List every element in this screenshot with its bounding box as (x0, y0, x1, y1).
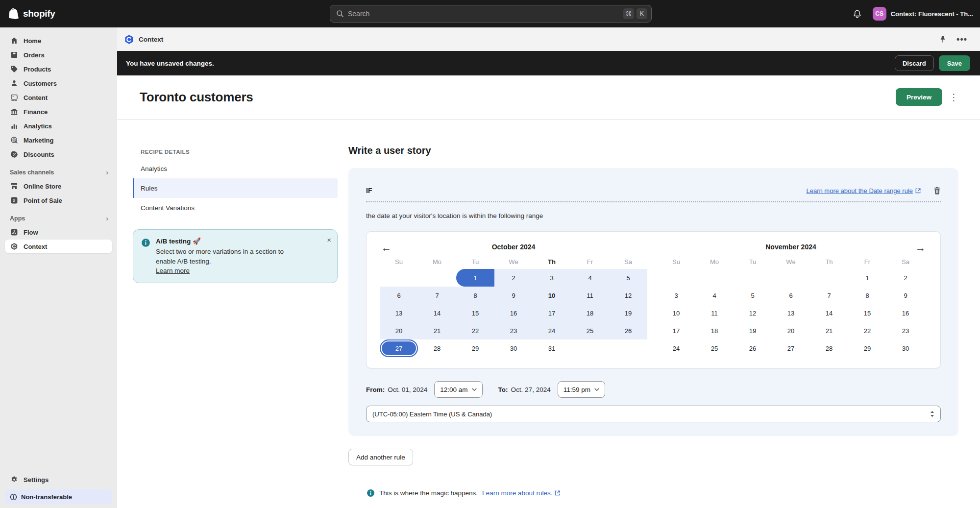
learn-date-range-link[interactable]: Learn more about the Date range rule (806, 187, 921, 194)
calendar-day[interactable]: 24 (657, 339, 695, 357)
page-more-button[interactable]: ⋮ (949, 93, 958, 102)
calendar-day[interactable]: 14 (418, 304, 456, 322)
calendar-day[interactable]: 25 (571, 322, 609, 339)
calendar-day[interactable]: 20 (772, 322, 810, 339)
calendar-day[interactable]: 26 (609, 322, 647, 339)
sidebar-section-apps[interactable]: Apps › (5, 212, 112, 225)
calendar-day[interactable]: 11 (571, 287, 609, 304)
pin-app-button[interactable] (937, 33, 949, 45)
recipe-tab-rules[interactable]: Rules (133, 178, 338, 198)
recipe-tab-analytics[interactable]: Analytics (133, 159, 338, 178)
calendar-day[interactable]: 5 (734, 287, 772, 304)
sidebar-item-customers[interactable]: Customers (5, 76, 112, 90)
calendar-day[interactable]: 23 (886, 322, 925, 339)
calendar-day[interactable]: 28 (418, 339, 456, 357)
sidebar-item-context[interactable]: Context (5, 240, 112, 253)
calendar-day[interactable]: 24 (533, 322, 571, 339)
calendar-day[interactable]: 18 (571, 304, 609, 322)
calendar-day[interactable]: 19 (734, 322, 772, 339)
sidebar-item-marketing[interactable]: Marketing (5, 133, 112, 147)
calendar-day[interactable]: 7 (810, 287, 848, 304)
calendar-day[interactable]: 12 (734, 304, 772, 322)
calendar-day[interactable]: 3 (657, 287, 695, 304)
calendar-day[interactable]: 15 (848, 304, 886, 322)
learn-rules-link[interactable]: Learn more about rules. (482, 489, 560, 497)
app-more-button[interactable]: ••• (955, 35, 969, 44)
sidebar-item-products[interactable]: Products (5, 62, 112, 76)
calendar-day[interactable]: 30 (886, 339, 925, 357)
calendar-day[interactable]: 1 (848, 269, 886, 287)
calendar-day[interactable]: 28 (810, 339, 848, 357)
calendar-day[interactable]: 29 (848, 339, 886, 357)
calendar-day-range-start[interactable]: 1 (456, 269, 494, 287)
sidebar-item-online-store[interactable]: Online Store (5, 179, 112, 193)
calendar-day[interactable]: 11 (695, 304, 734, 322)
sidebar-section-sales-channels[interactable]: Sales channels › (5, 166, 112, 179)
calendar-day[interactable]: 6 (772, 287, 810, 304)
calendar-day[interactable]: 12 (609, 287, 647, 304)
calendar-day[interactable]: 10 (657, 304, 695, 322)
delete-rule-button[interactable] (933, 187, 941, 194)
non-transferable-badge[interactable]: Non-transferable (5, 489, 112, 504)
ab-learn-more-link[interactable]: Learn more (156, 267, 190, 274)
calendar-day[interactable]: 2 (494, 269, 533, 287)
calendar-prev-button[interactable]: ← (381, 242, 392, 253)
shopify-logo[interactable]: shopify (0, 8, 117, 20)
to-time-dropdown[interactable]: 11:59 pm (558, 381, 605, 398)
calendar-day[interactable]: 17 (533, 304, 571, 322)
calendar-day[interactable]: 16 (494, 304, 533, 322)
calendar-day[interactable]: 25 (695, 339, 734, 357)
calendar-day[interactable]: 21 (418, 322, 456, 339)
calendar-day[interactable]: 9 (494, 287, 533, 304)
calendar-day[interactable]: 4 (571, 269, 609, 287)
calendar-day[interactable]: 20 (380, 322, 418, 339)
preview-button[interactable]: Preview (896, 88, 942, 106)
calendar-day[interactable]: 30 (494, 339, 533, 357)
discard-button[interactable]: Discard (895, 55, 934, 71)
store-menu[interactable]: CS Context: Fluorescent - Th... (873, 7, 973, 21)
calendar-day[interactable]: 15 (456, 304, 494, 322)
calendar-day[interactable]: 14 (810, 304, 848, 322)
calendar-day[interactable]: 31 (533, 339, 571, 357)
calendar-day[interactable]: 7 (418, 287, 456, 304)
add-another-rule-button[interactable]: Add another rule (348, 449, 413, 465)
sidebar-item-analytics[interactable]: Analytics (5, 119, 112, 133)
calendar-day[interactable]: 9 (886, 287, 925, 304)
calendar-day[interactable]: 13 (380, 304, 418, 322)
calendar-day[interactable]: 27 (772, 339, 810, 357)
close-banner-button[interactable]: × (327, 236, 331, 244)
calendar-day[interactable]: 23 (494, 322, 533, 339)
search-input[interactable]: Search ⌘ K (330, 5, 652, 23)
calendar-day[interactable]: 16 (886, 304, 925, 322)
calendar-day[interactable]: 21 (810, 322, 848, 339)
calendar-day[interactable]: 3 (533, 269, 571, 287)
calendar-day[interactable]: 29 (456, 339, 494, 357)
calendar-day[interactable]: 8 (848, 287, 886, 304)
sidebar-item-flow[interactable]: Flow (5, 225, 112, 239)
calendar-day-range-end[interactable]: 27 (380, 339, 418, 357)
sidebar-item-orders[interactable]: Orders (5, 48, 112, 62)
calendar-day[interactable]: 19 (609, 304, 647, 322)
recipe-tab-content-variations[interactable]: Content Variations (133, 198, 338, 218)
sidebar-item-home[interactable]: Home (5, 34, 112, 48)
from-time-dropdown[interactable]: 12:00 am (434, 381, 482, 398)
calendar-day[interactable]: 18 (695, 322, 734, 339)
sidebar-item-finance[interactable]: Finance (5, 105, 112, 119)
sidebar-item-settings[interactable]: Settings (5, 473, 112, 486)
timezone-select[interactable]: (UTC-05:00) Eastern Time (US & Canada) (366, 406, 941, 422)
sidebar-item-point-of-sale[interactable]: Point of Sale (5, 194, 112, 207)
sidebar-item-content[interactable]: Content (5, 91, 112, 104)
sidebar-item-discounts[interactable]: Discounts (5, 147, 112, 161)
calendar-day[interactable]: 10 (533, 287, 571, 304)
calendar-day[interactable]: 6 (380, 287, 418, 304)
save-button[interactable]: Save (939, 55, 970, 71)
calendar-day[interactable]: 8 (456, 287, 494, 304)
calendar-day[interactable]: 4 (695, 287, 734, 304)
calendar-day[interactable]: 2 (886, 269, 925, 287)
calendar-day[interactable]: 5 (609, 269, 647, 287)
calendar-day[interactable]: 17 (657, 322, 695, 339)
calendar-next-button[interactable]: → (915, 242, 926, 253)
notifications-button[interactable] (851, 7, 864, 21)
calendar-day[interactable]: 26 (734, 339, 772, 357)
calendar-day[interactable]: 13 (772, 304, 810, 322)
